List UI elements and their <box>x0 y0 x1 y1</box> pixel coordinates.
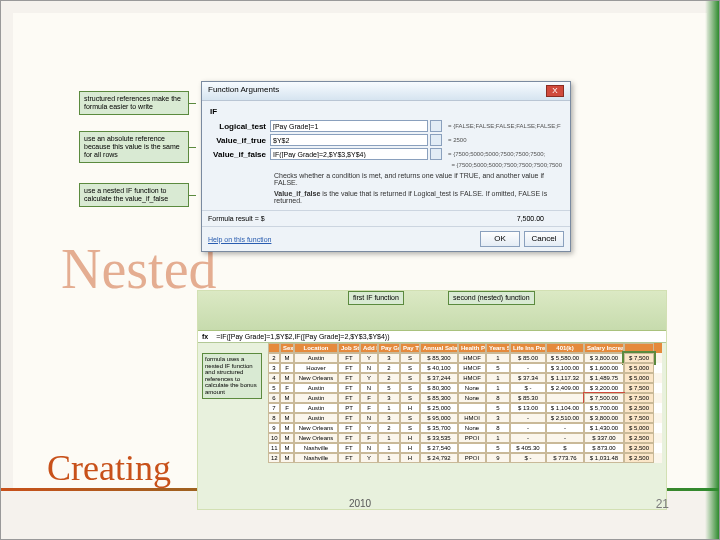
table-cell <box>546 393 584 403</box>
callout-second-if: second (nested) function <box>448 291 535 305</box>
table-cell: 3 <box>486 413 510 423</box>
help-link[interactable]: Help on this function <box>208 236 271 243</box>
table-cell: 1 <box>378 433 400 443</box>
table-cell: $ - <box>510 383 546 393</box>
input-value-if-false[interactable] <box>270 148 428 160</box>
input-value-if-true[interactable] <box>270 134 428 146</box>
table-cell: $ 1,489.75 <box>584 373 624 383</box>
worksheet-screenshot: first IF function second (nested) functi… <box>197 290 667 510</box>
table-cell: 1 <box>486 433 510 443</box>
col-header <box>268 343 280 353</box>
table-cell: H <box>400 433 420 443</box>
formula-bar[interactable]: fx =IF([Pay Grade]=1,$Y$2,IF([Pay Grade]… <box>198 331 666 343</box>
table-cell: $ 1,031.48 <box>584 453 624 463</box>
table-cell: 2 <box>378 363 400 373</box>
table-cell: 7 <box>268 403 280 413</box>
table-cell: 3 <box>378 353 400 363</box>
table-cell: 8 <box>268 413 280 423</box>
table-cell: $ 40,100 <box>420 363 458 373</box>
table-cell: M <box>280 413 294 423</box>
table-cell: $ 2,500 <box>624 443 654 453</box>
label-logical-test: Logical_test <box>210 122 270 131</box>
table-cell: $ 7,500 <box>624 383 654 393</box>
table-cell: FT <box>338 393 360 403</box>
table-cell: M <box>280 453 294 463</box>
table-cell: 9 <box>486 453 510 463</box>
ok-button[interactable]: OK <box>480 231 520 247</box>
table-cell <box>458 403 486 413</box>
table-cell: 5 <box>486 363 510 373</box>
col-header: Salary Increase <box>584 343 624 353</box>
col-header: Years Service <box>486 343 510 353</box>
hint-value-if-true: = 2500 <box>442 137 562 143</box>
table-cell: 6 <box>268 393 280 403</box>
table-cell: $ 27,540 <box>420 443 458 453</box>
formula-text: =IF([Pay Grade]=1,$Y$2,IF([Pay Grade]=2,… <box>216 333 389 340</box>
table-cell: M <box>280 373 294 383</box>
formula-result-label: Formula result = <box>208 215 259 222</box>
table-cell: N <box>360 363 378 373</box>
table-cell: $ 85.30 <box>510 393 546 403</box>
table-cell: FT <box>338 423 360 433</box>
table-cell: F <box>280 363 294 373</box>
callout-formula-uses: formula uses a nested IF function and st… <box>202 353 262 399</box>
range-selector-icon[interactable] <box>430 134 442 146</box>
table-cell: 1 <box>486 373 510 383</box>
table-cell: $ 5,580.00 <box>546 353 584 363</box>
callout-first-if: first IF function <box>348 291 404 305</box>
table-cell: 8 <box>486 393 510 403</box>
slide-title: Creating <box>47 447 171 489</box>
table-cell: H <box>400 443 420 453</box>
table-cell: None <box>458 393 486 403</box>
table-cell: F <box>360 403 378 413</box>
table-cell: 5 <box>378 383 400 393</box>
table-cell: S <box>400 383 420 393</box>
table-cell: Y <box>360 373 378 383</box>
table-cell: - <box>510 423 546 433</box>
table-cell: FT <box>338 363 360 373</box>
table-cell: $ 1,600.00 <box>584 363 624 373</box>
table-cell: 5 <box>268 383 280 393</box>
table-cell: - <box>546 423 584 433</box>
table-cell: S <box>400 353 420 363</box>
table-cell: $ 80,300 <box>420 383 458 393</box>
table-cell: $ 5,000 <box>624 423 654 433</box>
table-cell: Nashville <box>294 443 338 453</box>
field-desc-label: Value_if_false <box>274 190 320 197</box>
col-header: Sex <box>280 343 294 353</box>
table-cell: Y <box>360 353 378 363</box>
table-cell: 2 <box>268 353 280 363</box>
table-cell: $ 1,117.32 <box>546 373 584 383</box>
col-header: Annual Salary <box>420 343 458 353</box>
table-cell: $ 337.00 <box>584 433 624 443</box>
table-cell: HMOF <box>458 353 486 363</box>
table-cell: New Orleans <box>294 373 338 383</box>
table-cell: N <box>360 383 378 393</box>
table-cell: 8 <box>486 423 510 433</box>
table-cell: $ 25,000 <box>420 403 458 413</box>
col-header: Location <box>294 343 338 353</box>
range-selector-icon[interactable] <box>430 120 442 132</box>
table-cell: $ 3,200.00 <box>584 383 624 393</box>
table-cell <box>458 443 486 453</box>
table-cell: $ 3,800.00 <box>584 353 624 363</box>
table-cell: 5 <box>486 403 510 413</box>
cancel-button[interactable]: Cancel <box>524 231 564 247</box>
table-cell: 1 <box>378 443 400 453</box>
table-cell: 1 <box>486 353 510 363</box>
table-cell: PPOI <box>458 433 486 443</box>
callout-structured-refs: structured references make the formula e… <box>79 91 189 115</box>
table-cell: Austin <box>294 413 338 423</box>
table-cell: Hoover <box>294 363 338 373</box>
close-icon[interactable]: X <box>546 85 564 97</box>
col-header: 401(k) <box>546 343 584 353</box>
input-logical-test[interactable] <box>270 120 428 132</box>
range-selector-icon[interactable] <box>430 148 442 160</box>
table-cell: $ 5,000 <box>624 363 654 373</box>
table-cell: $ 7,500.00 <box>584 393 624 403</box>
table-cell: M <box>280 433 294 443</box>
table-cell: 5 <box>486 443 510 453</box>
dialog-title-text: Function Arguments <box>208 85 279 97</box>
function-arguments-dialog: Function Arguments X IF Logical_test = {… <box>201 81 571 252</box>
col-header: Job Status <box>338 343 360 353</box>
